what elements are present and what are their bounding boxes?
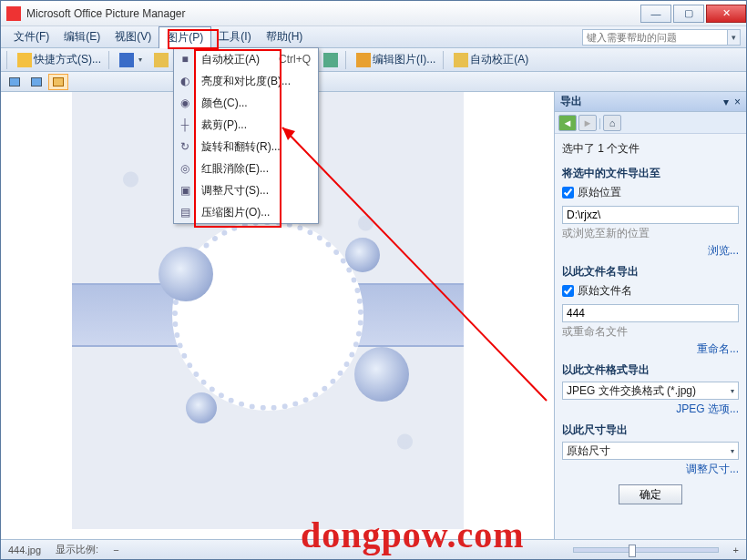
- export-to-label: 将选中的文件导出至: [562, 166, 739, 181]
- panel-title: 导出: [560, 94, 582, 109]
- shortcut-label: 快捷方式(S)...: [34, 52, 101, 67]
- orig-location-checkbox[interactable]: 原始位置: [562, 185, 739, 200]
- status-filename: 444.jpg: [8, 545, 41, 555]
- menu-item-icon: ◉: [174, 92, 196, 114]
- menu-item-shortcut: Ctrl+Q: [279, 53, 318, 66]
- titlebar: Microsoft Office Picture Manager — ▢ ✕: [1, 1, 746, 26]
- orig-filename-checkbox[interactable]: 原始文件名: [562, 283, 739, 299]
- toolbar: 快捷方式(S)... ▾ %▾ 编辑图片(I)... 自动校正(A): [1, 48, 746, 72]
- menu-view[interactable]: 视图(V): [107, 26, 159, 47]
- edit-picture-label: 编辑图片(I)...: [373, 52, 435, 67]
- help-search-dropdown[interactable]: ▾: [728, 29, 741, 46]
- auto-correct-button[interactable]: 自动校正(A): [450, 51, 532, 69]
- filename-input[interactable]: [562, 304, 739, 322]
- svg-line-0: [282, 127, 547, 401]
- mail-icon: [154, 53, 169, 67]
- filmstrip-icon: [31, 77, 42, 87]
- browse-new-label: 或浏览至新的位置: [562, 226, 739, 241]
- path-input[interactable]: [562, 206, 739, 224]
- menu-edit[interactable]: 编辑(E): [56, 26, 107, 47]
- shortcut-button[interactable]: 快捷方式(S)...: [14, 51, 105, 69]
- auto-correct-icon: [454, 53, 468, 67]
- view-filmstrip-button[interactable]: [26, 74, 46, 90]
- browse-link[interactable]: 浏览...: [562, 243, 739, 259]
- menu-item-icon: ◎: [174, 158, 196, 179]
- app-icon: [6, 6, 21, 21]
- single-icon: [53, 77, 64, 87]
- shortcut-icon: [17, 53, 32, 67]
- menu-item-icon: ↻: [174, 136, 196, 158]
- nav-forward-button[interactable]: ►: [578, 115, 597, 131]
- menu-item-icon: ┼: [174, 114, 196, 136]
- filename-sec-label: 以此文件名导出: [562, 264, 739, 280]
- annotation-arrow: [273, 118, 556, 410]
- panel-header: 导出 ▾ ×: [555, 92, 746, 112]
- panel-nav: ◄ ► | ⌂: [555, 112, 746, 134]
- menu-item-icon: ■: [174, 48, 196, 70]
- menu-file[interactable]: 文件(F): [6, 26, 56, 47]
- edit-picture-icon: [356, 53, 371, 67]
- menu-tools[interactable]: 工具(I): [211, 26, 258, 47]
- zoom-slider[interactable]: [573, 547, 719, 553]
- jpeg-options-link[interactable]: JPEG 选项...: [562, 402, 739, 417]
- status-zoom-label: 显示比例:: [56, 543, 98, 556]
- export-panel: 导出 ▾ × ◄ ► | ⌂ 选中了 1 个文件 将选中的文件导出至 原始位置 …: [555, 92, 746, 539]
- view-single-button[interactable]: [48, 74, 68, 90]
- rename-link[interactable]: 重命名...: [562, 341, 739, 357]
- panel-close[interactable]: ×: [734, 96, 741, 108]
- thumbnail-icon: [9, 77, 20, 87]
- menubar: 文件(F) 编辑(E) 视图(V) 图片(P) 工具(I) 帮助(H) ▾: [1, 26, 746, 48]
- format-sec-label: 以此文件格式导出: [562, 362, 739, 378]
- auto-correct-label: 自动校正(A): [470, 52, 528, 67]
- size-sec-label: 以此尺寸导出: [562, 423, 739, 438]
- view-thumbnail-button[interactable]: [5, 74, 25, 90]
- menu-item-icon: ◐: [174, 70, 196, 92]
- size-value: 原始尺寸: [567, 443, 610, 459]
- nav-home-button[interactable]: ⌂: [603, 115, 621, 131]
- menu-item-icon: ▣: [174, 179, 196, 201]
- save-button[interactable]: ▾: [116, 51, 148, 69]
- format-select[interactable]: JPEG 文件交换格式 (*.jpg)▾: [562, 382, 739, 400]
- minimize-button[interactable]: —: [640, 5, 671, 23]
- format-value: JPEG 文件交换格式 (*.jpg): [567, 383, 696, 399]
- maximize-button[interactable]: ▢: [673, 5, 704, 23]
- rename-label: 或重命名文件: [562, 324, 739, 340]
- viewbar: [1, 72, 746, 92]
- orig-location-label: 原始位置: [578, 185, 621, 200]
- menu-help[interactable]: 帮助(H): [259, 26, 311, 47]
- annotation-box-dropdown: [194, 49, 281, 228]
- help-search-input[interactable]: [582, 29, 728, 46]
- zoom-out-button[interactable]: −: [113, 545, 118, 555]
- panel-dropdown[interactable]: ▾: [723, 96, 729, 108]
- save-icon: [119, 53, 134, 67]
- window-title: Microsoft Office Picture Manager: [26, 7, 639, 20]
- resize-link[interactable]: 调整尺寸...: [562, 462, 739, 477]
- statusbar: 444.jpg 显示比例: − +: [1, 539, 746, 559]
- selection-info: 选中了 1 个文件: [562, 141, 739, 157]
- nav-back-button[interactable]: ◄: [558, 115, 577, 131]
- edit-picture-button[interactable]: 编辑图片(I)...: [353, 51, 439, 69]
- rotate-right-button[interactable]: [320, 51, 342, 69]
- ok-button[interactable]: 确定: [619, 484, 682, 504]
- orig-filename-label: 原始文件名: [578, 283, 632, 299]
- size-select[interactable]: 原始尺寸▾: [562, 442, 739, 460]
- annotation-box-menu: [168, 29, 219, 49]
- zoom-in-button[interactable]: +: [733, 545, 739, 555]
- mail-button[interactable]: [150, 51, 172, 69]
- zoom-thumb[interactable]: [629, 545, 636, 557]
- help-search[interactable]: ▾: [582, 29, 741, 46]
- close-button[interactable]: ✕: [706, 5, 746, 23]
- menu-item-icon: ▤: [174, 201, 196, 223]
- rotate-right-icon: [323, 53, 338, 67]
